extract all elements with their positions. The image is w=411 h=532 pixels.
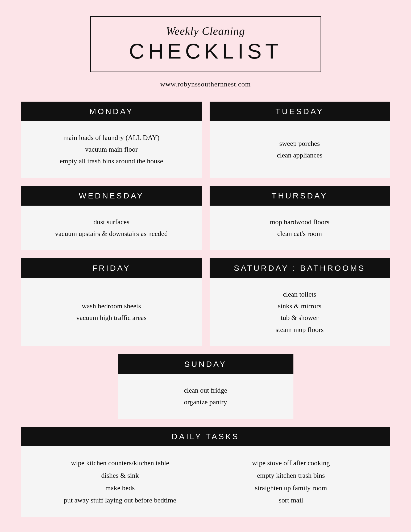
- thursday-header: THURSDAY: [210, 186, 390, 206]
- tuesday-card: TUESDAY sweep porchesclean appliances: [210, 102, 390, 178]
- saturday-card: SATURDAY : BATHROOMS clean toiletssinks …: [210, 258, 390, 346]
- friday-body: wash bedroom sheetsvacuum high traffic a…: [21, 278, 202, 346]
- daily-header: DAILY TASKS: [21, 427, 390, 446]
- header-title: CHECKLIST: [107, 39, 305, 64]
- tuesday-header: TUESDAY: [210, 102, 390, 121]
- sunday-header: SUNDAY: [118, 354, 293, 374]
- saturday-tasks: clean toiletssinks & mirrorstub & shower…: [276, 289, 324, 336]
- sunday-body: clean out fridgeorganize pantry: [118, 374, 293, 419]
- daily-right: wipe stove off after cookingempty kitche…: [208, 457, 374, 507]
- sunday-wrapper: SUNDAY clean out fridgeorganize pantry: [21, 354, 390, 419]
- thursday-body: mop hardwood floorsclean cat's room: [210, 206, 390, 250]
- monday-tasks: main loads of laundry (ALL DAY)vacuum ma…: [60, 132, 163, 167]
- friday-tasks: wash bedroom sheetsvacuum high traffic a…: [76, 300, 147, 324]
- monday-card: MONDAY main loads of laundry (ALL DAY)va…: [21, 102, 202, 178]
- wednesday-tasks: dust surfacesvacuum upstairs & downstair…: [55, 216, 168, 240]
- wednesday-body: dust surfacesvacuum upstairs & downstair…: [21, 206, 202, 250]
- thursday-tasks: mop hardwood floorsclean cat's room: [270, 216, 329, 240]
- monday-header: MONDAY: [21, 102, 202, 121]
- row-1: MONDAY main loads of laundry (ALL DAY)va…: [21, 102, 390, 178]
- main-content: MONDAY main loads of laundry (ALL DAY)va…: [21, 102, 390, 517]
- website-url: www.robynssouthernnest.com: [160, 80, 251, 88]
- tuesday-body: sweep porchesclean appliances: [210, 121, 390, 178]
- monday-body: main loads of laundry (ALL DAY)vacuum ma…: [21, 121, 202, 178]
- friday-card: FRIDAY wash bedroom sheetsvacuum high tr…: [21, 258, 202, 346]
- wednesday-header: WEDNESDAY: [21, 186, 202, 206]
- sunday-card: SUNDAY clean out fridgeorganize pantry: [118, 354, 293, 419]
- daily-left: wipe kitchen counters/kitchen tabledishe…: [37, 457, 203, 507]
- daily-card: DAILY TASKS wipe kitchen counters/kitche…: [21, 427, 390, 517]
- friday-header: FRIDAY: [21, 258, 202, 278]
- daily-body: wipe kitchen counters/kitchen tabledishe…: [21, 446, 390, 517]
- header-subtitle: Weekly Cleaning: [107, 25, 305, 38]
- thursday-card: THURSDAY mop hardwood floorsclean cat's …: [210, 186, 390, 250]
- saturday-body: clean toiletssinks & mirrorstub & shower…: [210, 278, 390, 346]
- row-2: WEDNESDAY dust surfacesvacuum upstairs &…: [21, 186, 390, 250]
- sunday-tasks: clean out fridgeorganize pantry: [184, 385, 227, 408]
- wednesday-card: WEDNESDAY dust surfacesvacuum upstairs &…: [21, 186, 202, 250]
- saturday-header: SATURDAY : BATHROOMS: [210, 258, 390, 278]
- header-box: Weekly Cleaning CHECKLIST: [90, 16, 321, 72]
- row-3: FRIDAY wash bedroom sheetsvacuum high tr…: [21, 258, 390, 346]
- tuesday-tasks: sweep porchesclean appliances: [277, 138, 322, 161]
